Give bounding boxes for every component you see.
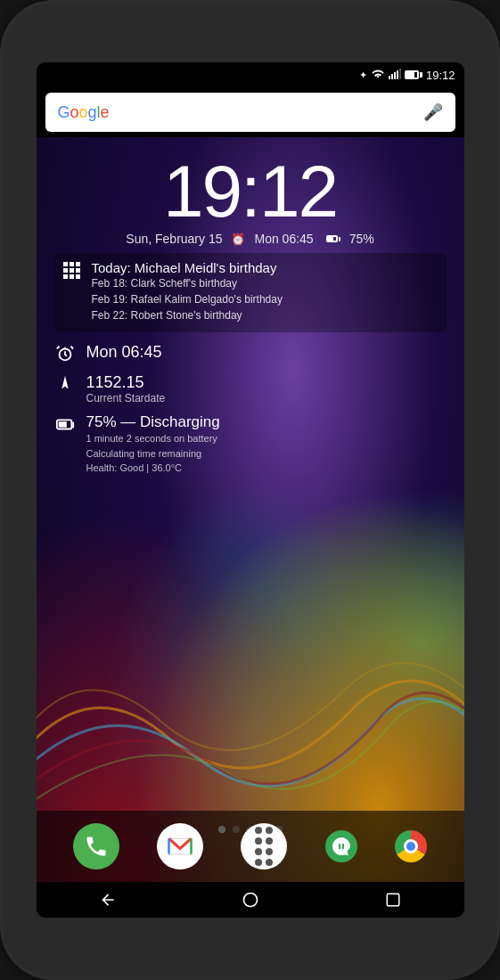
svg-marker-6 xyxy=(61,376,68,389)
signal-icon xyxy=(389,69,401,81)
svg-rect-4 xyxy=(399,69,401,79)
battery-text: 75% — Discharging 1 minute 2 seconds on … xyxy=(86,413,220,476)
back-button[interactable] xyxy=(90,886,126,913)
mic-icon[interactable]: 🎤 xyxy=(423,102,443,122)
big-clock: 19:12 xyxy=(54,155,447,228)
bluetooth-icon: ✦ xyxy=(359,69,367,81)
nav-bar xyxy=(37,882,464,918)
svg-rect-10 xyxy=(387,894,399,906)
svg-rect-8 xyxy=(58,421,66,427)
phone-frame: ✦ 19:12 G o o xyxy=(0,0,500,980)
battery-mini-icon xyxy=(326,235,340,242)
alarm-time: Mon 06:45 xyxy=(86,343,162,362)
calendar-row: Today: Michael Meidl's birthday Feb 18: … xyxy=(63,260,438,323)
status-bar: ✦ 19:12 xyxy=(37,62,464,87)
calendar-icon xyxy=(63,262,83,282)
dock-chrome-icon[interactable] xyxy=(395,830,427,862)
status-icons: ✦ 19:12 xyxy=(359,69,455,82)
calendar-text: Today: Michael Meidl's birthday Feb 18: … xyxy=(92,260,438,323)
clock-alarm-sub: Mon 06:45 xyxy=(254,232,313,246)
dock-hangouts-icon[interactable] xyxy=(325,830,357,862)
dock-gmail-icon[interactable] xyxy=(157,823,203,870)
svg-rect-1 xyxy=(391,74,393,79)
alarm-mini-icon: ⏰ xyxy=(231,233,245,246)
clock-colon: : xyxy=(241,151,259,232)
recents-button[interactable] xyxy=(375,886,411,913)
battery-sub-2: Calculating time remaining xyxy=(86,446,220,461)
battery-widget-icon xyxy=(54,413,76,435)
alarm-widget: Mon 06:45 xyxy=(54,343,447,364)
clock-widget: 19:12 Sun, February 15 ⏰ Mon 06:45 75% xyxy=(54,155,447,246)
calendar-today: Today: Michael Meidl's birthday xyxy=(92,260,438,275)
home-button[interactable] xyxy=(233,886,268,913)
calendar-entry-2: Feb 19: Rafael Kalim Delgado's birthday xyxy=(92,291,438,307)
google-logo: G o o g l e xyxy=(58,103,423,122)
clock-date: Sun, February 15 xyxy=(126,232,222,246)
alarm-text: Mon 06:45 xyxy=(86,343,162,362)
clock-hours: 19 xyxy=(163,151,241,232)
dock xyxy=(37,811,464,882)
battery-pct-sub: 75% xyxy=(349,232,374,246)
battery-sub-1: 1 minute 2 seconds on battery xyxy=(86,431,220,446)
calendar-widget: Today: Michael Meidl's birthday Feb 18: … xyxy=(54,253,447,332)
svg-rect-0 xyxy=(389,76,390,79)
search-bar[interactable]: G o o g l e 🎤 xyxy=(45,93,455,132)
dock-phone-icon[interactable] xyxy=(73,823,119,870)
alarm-icon xyxy=(54,343,76,364)
calendar-entry-1: Feb 18: Clark Scheff's birthday xyxy=(92,275,438,291)
calendar-entry-3: Feb 22: Robert Stone's birthday xyxy=(92,307,438,323)
stardate-text: 1152.15 Current Stardate xyxy=(86,373,166,404)
svg-point-9 xyxy=(243,894,257,907)
stardate-label: Current Stardate xyxy=(86,392,166,404)
svg-rect-3 xyxy=(397,70,398,79)
clock-date-row: Sun, February 15 ⏰ Mon 06:45 75% xyxy=(54,232,447,246)
phone-screen: ✦ 19:12 G o o xyxy=(37,62,464,918)
dock-launcher-icon[interactable] xyxy=(241,823,287,870)
battery-widget: 75% — Discharging 1 minute 2 seconds on … xyxy=(54,413,447,476)
wallpaper: 19:12 Sun, February 15 ⏰ Mon 06:45 75% xyxy=(37,137,464,918)
stardate-widget: 1152.15 Current Stardate xyxy=(54,373,447,404)
battery-sub-3: Health: Good | 36.0°C xyxy=(86,461,220,476)
wifi-icon xyxy=(371,69,385,81)
status-time: 19:12 xyxy=(426,69,455,82)
stardate-value: 1152.15 xyxy=(86,373,166,392)
svg-rect-2 xyxy=(394,72,396,79)
battery-main: 75% — Discharging xyxy=(86,413,220,431)
clock-minutes: 12 xyxy=(259,151,337,232)
battery-icon xyxy=(405,70,422,79)
startrek-icon xyxy=(54,373,76,395)
widget-area: 19:12 Sun, February 15 ⏰ Mon 06:45 75% xyxy=(37,137,464,918)
